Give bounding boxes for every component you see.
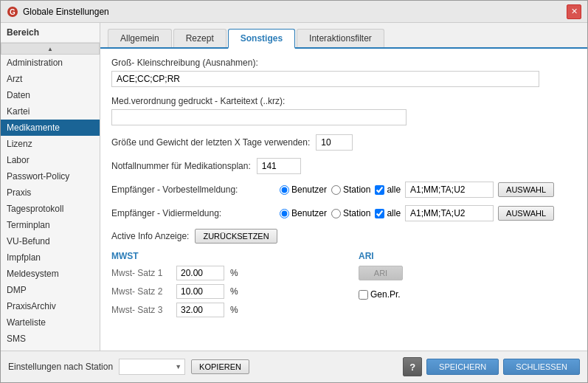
tab-rezept[interactable]: Rezept	[173, 29, 226, 47]
sidebar-item-warteliste[interactable]: Warteliste	[1, 314, 100, 331]
empfaenger2-recipient-input[interactable]	[405, 205, 494, 221]
schliessen-button[interactable]: SCHLIESSEN	[503, 359, 580, 375]
mwst-satz1-input[interactable]	[176, 266, 224, 280]
sidebar-item-arzt[interactable]: Arzt	[1, 71, 100, 87]
station-label: Einstellungen nach Station	[8, 362, 113, 372]
empfaenger1-label: Empfänger - Vorbestellmeldung:	[111, 184, 274, 195]
zuruecksetzen-button[interactable]: ZURÜCKSETZEN	[195, 229, 277, 244]
mwst-satz1-percent: %	[230, 268, 238, 278]
gen-pr-label: Gen.Pr.	[370, 289, 401, 300]
gen-pr-checkbox[interactable]	[359, 290, 368, 300]
med-label: Med.verordnung gedruckt - Karteitext (..…	[111, 96, 576, 106]
empfaenger2-station-radio-label[interactable]: Station	[331, 208, 370, 218]
size-row: Größe und Gewicht der letzten X Tage ver…	[111, 134, 576, 151]
tab-content: Groß- Kleinschreibung (Ausnahmen): Med.v…	[100, 49, 587, 351]
mwst-satz3-label: Mwst- Satz 3	[111, 305, 170, 315]
mwst-satz1-label: Mwst- Satz 1	[111, 268, 170, 278]
active-info-row: Active Info Anzeige: ZURÜCKSETZEN	[111, 229, 576, 244]
empfaenger2-benutzer-radio-label[interactable]: Benutzer	[280, 208, 327, 218]
tab-interaktionsfilter[interactable]: Interaktionsfilter	[297, 29, 384, 47]
sidebar-list: ▲ Administration Arzt Daten Kartei Medik…	[1, 43, 100, 351]
gross-label: Groß- Kleinschreibung (Ausnahmen):	[111, 58, 576, 68]
sidebar: Bereich ▲ Administration Arzt Daten Kart…	[1, 23, 100, 351]
empfaenger1-auswahl-button[interactable]: AUSWAHL	[498, 182, 554, 197]
sidebar-item-sms[interactable]: SMS	[1, 331, 100, 347]
kopieren-button[interactable]: KOPIEREN	[191, 359, 249, 374]
med-section: Med.verordnung gedruckt - Karteitext (..…	[111, 96, 576, 125]
empfaenger2-station-radio[interactable]	[331, 209, 341, 218]
empfaenger1-station-radio[interactable]	[331, 185, 341, 195]
notfall-input[interactable]	[257, 158, 301, 174]
sidebar-item-medikamente[interactable]: Medikamente	[1, 120, 100, 136]
empfaenger2-alle-checkbox[interactable]	[375, 209, 384, 218]
empfaenger1-benutzer-radio[interactable]	[280, 185, 289, 195]
sidebar-item-lizenz[interactable]: Lizenz	[1, 136, 100, 152]
sidebar-item-vu-befund[interactable]: VU-Befund	[1, 233, 100, 249]
mwst-row-3: Mwst- Satz 3 %	[111, 303, 329, 317]
sidebar-item-kartei[interactable]: Kartei	[1, 103, 100, 120]
station-select-wrapper[interactable]	[119, 359, 185, 375]
sidebar-item-praxis[interactable]: Praxis	[1, 184, 100, 201]
sidebar-item-impfplan[interactable]: Impfplan	[1, 249, 100, 266]
empfaenger2-benutzer-radio[interactable]	[280, 209, 289, 218]
size-label: Größe und Gewicht der letzten X Tage ver…	[111, 137, 310, 148]
empfaenger1-recipient-input[interactable]	[405, 182, 494, 198]
close-button[interactable]: ✕	[567, 4, 581, 19]
app-icon: G	[7, 6, 18, 18]
mwst-title: MWST	[111, 251, 329, 261]
sidebar-item-labor[interactable]: Labor	[1, 152, 100, 168]
station-select[interactable]	[119, 359, 185, 375]
tab-sonstiges[interactable]: Sonstiges	[228, 29, 295, 49]
empfaenger2-auswahl-button[interactable]: AUSWAHL	[498, 206, 554, 221]
empfaenger1-alle-checkbox[interactable]	[375, 185, 384, 195]
sidebar-item-tagesprotokoll[interactable]: Tagesprotokoll	[1, 201, 100, 217]
gen-pr-checkbox-label[interactable]: Gen.Pr.	[359, 289, 576, 300]
mwst-section: MWST Mwst- Satz 1 % Mwst- Satz 2 %	[111, 251, 329, 321]
sidebar-item-passwort-policy[interactable]: Passwort-Policy	[1, 168, 100, 184]
window-title: Globale Einstellungen	[23, 7, 109, 17]
mwst-satz2-percent: %	[230, 286, 238, 297]
content-area: Bereich ▲ Administration Arzt Daten Kart…	[1, 23, 587, 351]
sidebar-item-terminplan[interactable]: Terminplan	[1, 217, 100, 233]
empfaenger2-label: Empfänger - Vidiermeldung:	[111, 208, 274, 218]
med-input[interactable]	[111, 109, 407, 125]
ari-button[interactable]: ARI	[359, 266, 403, 280]
active-info-label: Active Info Anzeige:	[111, 231, 189, 241]
mwst-satz2-label: Mwst- Satz 2	[111, 286, 170, 297]
gross-section: Groß- Kleinschreibung (Ausnahmen):	[111, 58, 576, 87]
empfaenger1-row: Empfänger - Vorbestellmeldung: Benutzer …	[111, 182, 576, 198]
sidebar-item-meldesystem[interactable]: Meldesystem	[1, 266, 100, 282]
empfaenger1-station-radio-label[interactable]: Station	[331, 184, 370, 195]
title-bar: G Globale Einstellungen ✕	[1, 1, 587, 23]
notfall-label: Notfallnummer für Medikationsplan:	[111, 161, 251, 171]
ari-title: ARI	[359, 251, 576, 261]
main-panel: Allgemein Rezept Sonstiges Interaktionsf…	[100, 23, 587, 351]
sidebar-item-dmp[interactable]: DMP	[1, 282, 100, 298]
notfall-row: Notfallnummer für Medikationsplan:	[111, 158, 576, 174]
empfaenger1-benutzer-radio-label[interactable]: Benutzer	[280, 184, 327, 195]
sidebar-item-administration[interactable]: Administration	[1, 55, 100, 71]
title-bar-left: G Globale Einstellungen	[7, 6, 109, 18]
empfaenger1-alle-checkbox-label[interactable]: alle	[375, 184, 401, 195]
bottom-bar: Einstellungen nach Station KOPIEREN ? SP…	[1, 351, 587, 382]
mwst-row-1: Mwst- Satz 1 %	[111, 266, 329, 280]
mwst-satz3-percent: %	[230, 305, 238, 315]
empfaenger1-radio-group: Benutzer Station alle AUSWAHL	[280, 182, 554, 198]
mwst-satz3-input[interactable]	[176, 303, 224, 317]
bottom-left: Einstellungen nach Station KOPIEREN	[8, 359, 249, 375]
mwst-row-2: Mwst- Satz 2 %	[111, 284, 329, 299]
help-button[interactable]: ?	[403, 357, 422, 376]
size-input[interactable]	[316, 134, 353, 151]
mwst-ari-section: MWST Mwst- Satz 1 % Mwst- Satz 2 %	[111, 251, 576, 321]
speichern-button[interactable]: SPEICHERN	[426, 359, 499, 375]
sidebar-item-daten[interactable]: Daten	[1, 87, 100, 103]
ari-section: ARI ARI Gen.Pr.	[359, 251, 576, 321]
bottom-right: ? SPEICHERN SCHLIESSEN	[403, 357, 580, 376]
sidebar-item-praxisarchiv[interactable]: PraxisArchiv	[1, 298, 100, 314]
tab-allgemein[interactable]: Allgemein	[108, 29, 172, 47]
empfaenger2-alle-checkbox-label[interactable]: alle	[375, 208, 401, 218]
svg-text:G: G	[10, 8, 15, 16]
gross-input[interactable]	[111, 71, 539, 87]
sidebar-scroll-up[interactable]: ▲	[1, 43, 100, 55]
mwst-satz2-input[interactable]	[176, 284, 224, 299]
